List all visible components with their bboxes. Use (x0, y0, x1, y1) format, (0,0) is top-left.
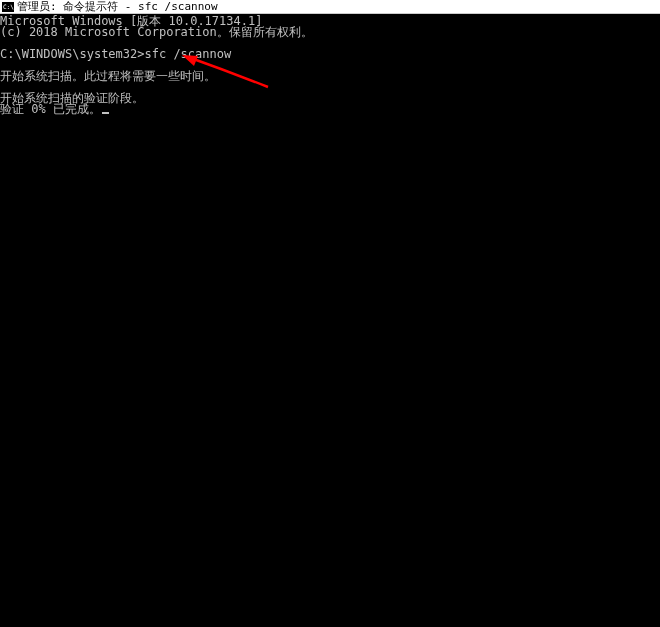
progress-text: 验证 0% 已完成。 (0, 102, 101, 116)
command-line: C:\WINDOWS\system32>sfc /scannow (0, 49, 660, 60)
command-text: sfc /scannow (145, 47, 232, 61)
prompt-text: C:\WINDOWS\system32> (0, 47, 145, 61)
terminal-output[interactable]: Microsoft Windows [版本 10.0.17134.1] (c) … (0, 14, 660, 115)
cmd-icon (2, 2, 14, 12)
window-titlebar: 管理员: 命令提示符 - sfc /scannow (0, 0, 660, 14)
scan-start-line: 开始系统扫描。此过程将需要一些时间。 (0, 71, 660, 82)
cursor (102, 112, 109, 114)
copyright-line: (c) 2018 Microsoft Corporation。保留所有权利。 (0, 27, 660, 38)
progress-line: 验证 0% 已完成。 (0, 104, 660, 115)
window-title: 管理员: 命令提示符 - sfc /scannow (17, 0, 218, 14)
